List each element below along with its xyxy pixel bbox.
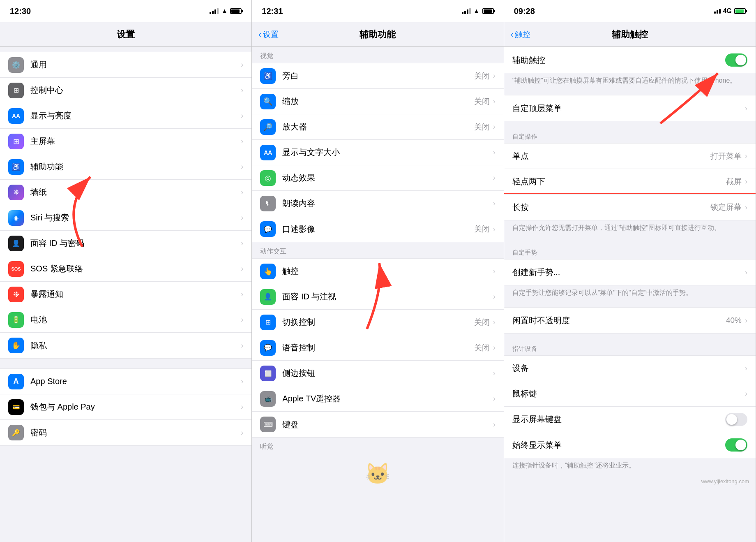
- settings-row-wallpaper[interactable]: ❋ 墙纸 ›: [0, 180, 251, 205]
- nav-bar-2: ‹ 设置 辅助功能: [252, 22, 503, 47]
- settings-row-controlcenter[interactable]: ⊞ 控制中心 ›: [0, 78, 251, 103]
- faceid-chevron: ›: [241, 239, 243, 248]
- idle-opacity-row[interactable]: 闲置时不透明度 40% ›: [504, 308, 756, 333]
- settings-row-appstore[interactable]: A App Store ›: [0, 369, 251, 394]
- wifi-icon-2: ▲: [473, 7, 480, 15]
- settings-row-siri[interactable]: ◉ Siri 与搜索 ›: [0, 205, 251, 231]
- 4g-icon: 4G: [723, 7, 732, 15]
- acc-row-motion[interactable]: ◎ 动态效果 ›: [252, 165, 503, 191]
- siri-label: Siri 与搜索: [30, 212, 241, 223]
- mouse-chevron: ›: [745, 389, 747, 398]
- mouse-row[interactable]: 鼠标键 ›: [504, 381, 756, 407]
- battery-icon-3: [734, 8, 746, 14]
- settings-row-accessibility[interactable]: ♿ 辅助功能 ›: [0, 154, 251, 180]
- acc-row-displaytext[interactable]: AA 显示与文字大小 ›: [252, 140, 503, 165]
- device-row[interactable]: 设备 ›: [504, 356, 756, 381]
- nav-bar-3: ‹ 触控 辅助触控: [504, 22, 756, 47]
- settings-panel: 12:30 ▲ 设置 ⚙️ 通用 ›: [0, 0, 252, 542]
- time-2: 12:31: [262, 7, 283, 16]
- acc-row-zoom[interactable]: 🔍 缩放 关闭 ›: [252, 89, 503, 114]
- spoken-chevron: ›: [493, 199, 496, 208]
- idle-opacity-chevron: ›: [745, 316, 747, 325]
- watermark-duck: 🐱: [252, 454, 503, 494]
- voiceover-chevron: ›: [493, 72, 496, 80]
- accessibility-chevron: ›: [241, 162, 243, 171]
- motion-label: 动态效果: [282, 172, 493, 183]
- settings-row-general[interactable]: ⚙️ 通用 ›: [0, 52, 251, 78]
- acc-row-sidebutton[interactable]: ⬜ 侧边按钮 ›: [252, 361, 503, 386]
- double-tap-row[interactable]: 轻点两下 截屏 ›: [504, 169, 756, 195]
- wallpaper-chevron: ›: [241, 188, 243, 197]
- settings-row-display[interactable]: AA 显示与亮度 ›: [0, 103, 251, 129]
- always-show-toggle[interactable]: [725, 438, 747, 452]
- double-tap-chevron: ›: [745, 177, 747, 186]
- assistivetouch-toggle[interactable]: [725, 53, 747, 67]
- keyboard-toggle[interactable]: [725, 413, 747, 426]
- acc-row-audiodesc[interactable]: 💬 口述影像 关闭 ›: [252, 216, 503, 242]
- faceid2-label: 面容 ID 与注视: [282, 291, 493, 302]
- long-press-row[interactable]: 长按 锁定屏幕 ›: [504, 195, 756, 220]
- keyboard-chevron: ›: [493, 420, 496, 429]
- status-icons-3: 4G: [714, 7, 746, 15]
- acc-row-voicecontrol[interactable]: 💬 语音控制 关闭 ›: [252, 335, 503, 361]
- acc-row-faceid2[interactable]: 👤 面容 ID 与注视 ›: [252, 284, 503, 310]
- custom-gestures-section: 自定手势: [504, 242, 756, 259]
- voicecontrol-icon: 💬: [260, 340, 276, 356]
- displaytext-icon: AA: [260, 145, 276, 160]
- battery-label: 电池: [30, 314, 241, 325]
- create-gesture-row[interactable]: 创建新手势... ›: [504, 259, 756, 285]
- magnifier-value: 关闭: [474, 122, 490, 132]
- status-bar-2: 12:31 ▲: [252, 0, 503, 22]
- acc-row-keyboard[interactable]: ⌨ 键盘 ›: [252, 412, 503, 437]
- keyboard-row[interactable]: 显示屏幕键盘: [504, 407, 756, 432]
- zoom-icon: 🔍: [260, 94, 276, 109]
- sos-chevron: ›: [241, 264, 243, 273]
- settings-row-faceid[interactable]: 👤 面容 ID 与密码 ›: [0, 231, 251, 256]
- acc-row-switchcontrol[interactable]: ⊞ 切换控制 关闭 ›: [252, 310, 503, 335]
- voicecontrol-label: 语音控制: [282, 342, 474, 353]
- appletv-icon: 📺: [260, 391, 276, 407]
- back-button-3[interactable]: ‹ 触控: [511, 29, 531, 40]
- battery-chevron: ›: [241, 315, 243, 324]
- nav-bar-1: 设置: [0, 22, 251, 47]
- voicecontrol-value: 关闭: [474, 343, 490, 353]
- acc-row-appletv[interactable]: 📺 Apple TV遥控器 ›: [252, 386, 503, 412]
- voiceover-value: 关闭: [474, 71, 490, 81]
- displaytext-label: 显示与文字大小: [282, 147, 493, 158]
- settings-row-password[interactable]: 🔑 密码 ›: [0, 420, 251, 445]
- switchcontrol-icon: ⊞: [260, 315, 276, 330]
- settings-row-homescreen[interactable]: ⊞ 主屏幕 ›: [0, 129, 251, 154]
- audiodesc-value: 关闭: [474, 224, 490, 234]
- single-tap-row[interactable]: 单点 打开菜单 ›: [504, 144, 756, 169]
- acc-row-spoken[interactable]: 🎙 朗读内容 ›: [252, 191, 503, 216]
- long-press-value: 锁定屏幕: [710, 202, 742, 213]
- double-tap-value: 截屏: [726, 176, 742, 187]
- always-show-row[interactable]: 始终显示菜单: [504, 432, 756, 458]
- sidebutton-label: 侧边按钮: [282, 368, 493, 379]
- settings-row-wallet[interactable]: 💳 钱包与 Apple Pay ›: [0, 394, 251, 420]
- status-icons-1: ▲: [210, 7, 242, 15]
- acc-row-touch[interactable]: 👆 触控 ›: [252, 259, 503, 284]
- appletv-chevron: ›: [493, 394, 496, 403]
- acc-row-magnifier[interactable]: 🔎 放大器 关闭 ›: [252, 114, 503, 140]
- settings-row-privacy[interactable]: ✋ 隐私 ›: [0, 333, 251, 358]
- settings-row-battery[interactable]: 🔋 电池 ›: [0, 307, 251, 333]
- settings-row-exposure[interactable]: ❉ 暴露通知 ›: [0, 282, 251, 307]
- double-tap-label: 轻点两下: [512, 176, 726, 187]
- magnifier-icon: 🔎: [260, 119, 276, 135]
- watermark-url: www.yijiexitong.com: [504, 475, 756, 488]
- displaytext-chevron: ›: [493, 148, 496, 157]
- general-icon: ⚙️: [8, 57, 24, 73]
- faceid-icon: 👤: [8, 236, 24, 251]
- assistivetouch-main-row[interactable]: 辅助触控: [504, 47, 756, 73]
- acc-row-voiceover[interactable]: ♿ 旁白 关闭 ›: [252, 63, 503, 89]
- switchcontrol-chevron: ›: [493, 318, 496, 327]
- back-label-2: 设置: [263, 29, 279, 40]
- create-gesture-chevron: ›: [745, 268, 747, 277]
- back-button-2[interactable]: ‹ 设置: [258, 29, 279, 40]
- display-label: 显示与亮度: [30, 110, 241, 121]
- settings-row-sos[interactable]: SOS SOS 紧急联络 ›: [0, 256, 251, 282]
- accessibility-icon: ♿: [8, 159, 24, 175]
- custom-top-menu-row[interactable]: 自定顶层菜单 ›: [504, 95, 756, 121]
- pointer-list: 设备 › 鼠标键 › 显示屏幕键盘 始终显示菜单: [504, 355, 756, 458]
